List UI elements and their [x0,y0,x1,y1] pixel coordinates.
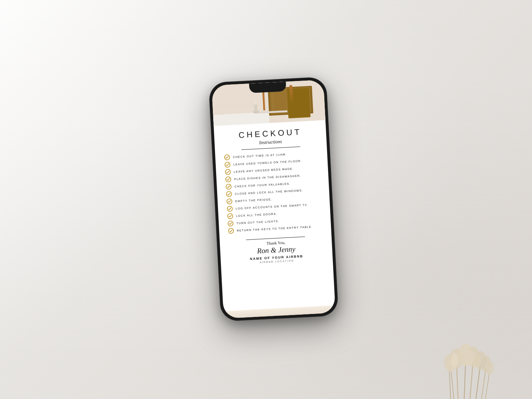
svg-point-38 [226,191,232,197]
check-icon-5 [225,184,232,190]
item-text-2: LEAVE USED TOWELS ON THE FLOOR. [233,159,302,166]
check-icon-1 [224,154,230,160]
item-text-7: EMPTY THE FRIDGE. [235,198,272,203]
check-icon-7 [226,198,232,205]
svg-point-41 [227,213,233,219]
phone-mockup: CHECKOUT Instructions CHECK OUT TIME IS … [208,77,339,322]
svg-point-34 [225,162,230,167]
svg-point-36 [225,177,231,182]
checkout-title: CHECKOUT [238,127,302,140]
svg-point-15 [485,361,494,374]
check-icon-9 [227,213,233,219]
item-text-6: CLOSE AND LOCK ALL THE WINDOWS. [235,188,303,195]
thank-you-text: Thank You, [266,240,285,246]
svg-point-17 [465,350,474,366]
item-text-4: PLACE DISHES IN THE DISHWASHER. [234,174,301,181]
svg-line-6 [451,370,455,399]
checklist: CHECK OUT TIME IS AT 11AM. LEAVE USED TO… [224,149,322,234]
svg-point-37 [226,184,231,190]
svg-line-5 [480,368,486,399]
checkout-subtitle: Instructions [259,139,282,146]
svg-point-40 [227,206,232,212]
phone-screen: CHECKOUT Instructions CHECK OUT TIME IS … [211,80,335,318]
svg-point-18 [473,355,480,368]
check-icon-4 [225,176,231,183]
phone-content-area: CHECKOUT Instructions CHECK OUT TIME IS … [214,120,335,311]
item-text-11: RETURN THE KEYS TO THE ENTRY TABLE. [237,225,313,232]
svg-point-39 [226,199,232,204]
check-icon-8 [226,206,233,212]
svg-point-16 [451,353,458,368]
phone-frame: CHECKOUT Instructions CHECK OUT TIME IS … [208,77,339,322]
item-text-9: LOCK ALL THE DOORS. [236,212,277,218]
svg-point-35 [225,169,230,175]
item-text-10: TURN OUT THE LIGHTS. [236,219,279,225]
svg-point-33 [224,155,230,160]
item-text-3: LEAVE ANY UNUSED BEDS MADE. [233,167,293,173]
item-text-1: CHECK OUT TIME IS AT 11AM. [233,152,287,159]
svg-rect-23 [301,88,303,112]
item-text-8: LOG OFF ACCOUNTS ON THE SMART TV. [235,203,308,210]
top-divider [241,146,300,150]
check-icon-3 [225,169,231,175]
signature: Ron & Jenny [257,245,295,255]
check-icon-6 [226,191,232,197]
item-text-5: CHECK FOR YOUR VALUABLES. [234,182,290,188]
pampas-decoration [429,296,503,399]
phone-notch [249,82,286,93]
check-icon-11 [228,228,234,234]
svg-point-43 [228,228,233,234]
bottom-divider [246,237,305,240]
check-icon-2 [224,162,230,168]
check-icon-10 [227,220,233,227]
svg-point-42 [228,221,233,226]
